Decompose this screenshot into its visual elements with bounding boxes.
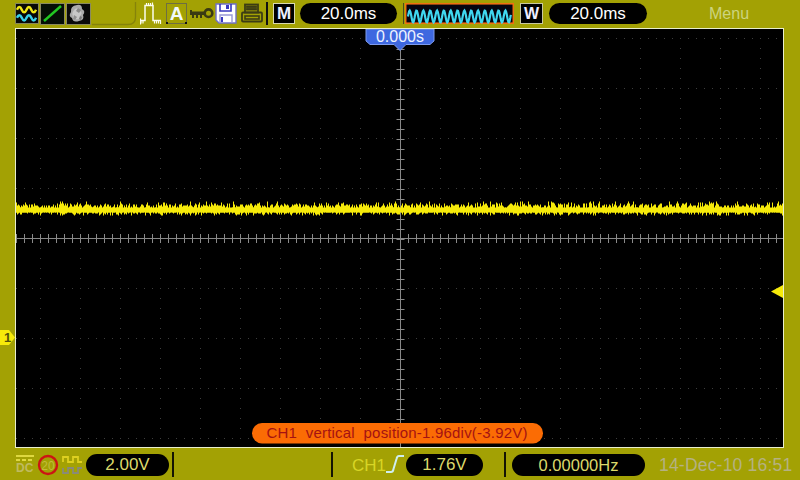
svg-text:CH1 vertical position-1.96di: CH1 vertical position-1.96div(-3.92V) bbox=[266, 424, 527, 441]
svg-text:DC: DC bbox=[16, 461, 34, 474]
svg-text:1: 1 bbox=[4, 330, 11, 345]
svg-text:0.000s: 0.000s bbox=[376, 29, 424, 45]
svg-text:20: 20 bbox=[41, 459, 55, 473]
